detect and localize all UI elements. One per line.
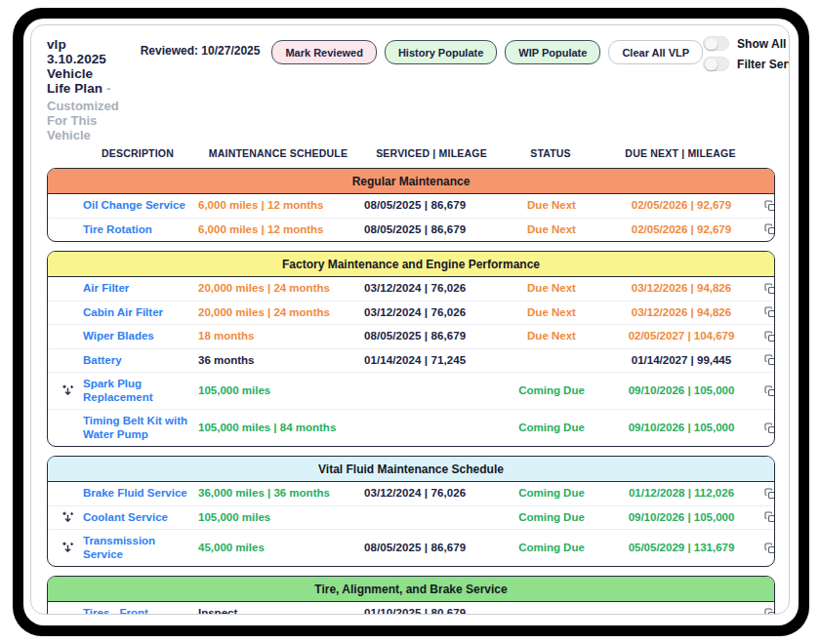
service-row: Battery 36 months 01/14/2024 | 71,245 01… xyxy=(48,348,774,373)
service-name-link[interactable]: Timing Belt Kit with Water Pump xyxy=(83,415,194,441)
due-next-mileage-value: 09/10/2026 | 105,000 xyxy=(602,422,760,435)
page-subtitle: Customized For This Vehicle xyxy=(47,99,119,142)
section-title: Vital Fluid Maintenance Schedule xyxy=(318,463,504,476)
serviced-mileage-value: 01/14/2024 | 71,245 xyxy=(364,354,501,368)
row-actions xyxy=(764,385,775,397)
service-name-link[interactable]: Transmission Service xyxy=(83,535,194,561)
copy-icon[interactable] xyxy=(764,223,775,235)
copy-icon[interactable] xyxy=(764,423,775,434)
history-populate-button[interactable]: History Populate xyxy=(385,40,497,64)
service-name-link[interactable]: Tires - Front xyxy=(83,607,194,615)
row-actions xyxy=(764,543,775,554)
row-actions xyxy=(764,200,775,212)
row-actions xyxy=(764,488,775,500)
serviced-mileage-value: 08/05/2025 | 86,679 xyxy=(364,542,501,555)
service-section: Vital Fluid Maintenance Schedule Brake F… xyxy=(47,456,775,567)
copy-icon[interactable] xyxy=(764,354,775,366)
show-all-services-row: Show All Services xyxy=(703,36,790,51)
show-all-services-toggle[interactable] xyxy=(703,36,729,51)
status-value: Coming Due xyxy=(505,487,598,501)
col-header-status: STATUS xyxy=(504,147,597,159)
copy-icon[interactable] xyxy=(764,543,775,554)
maintenance-schedule-value: 36,000 miles | 36 months xyxy=(198,487,360,501)
wip-populate-button[interactable]: WIP Populate xyxy=(505,40,600,64)
maintenance-schedule-value: 20,000 miles | 24 months xyxy=(198,282,360,296)
due-next-mileage-value: 01/14/2027 | 99,445 xyxy=(602,354,760,368)
copy-icon[interactable] xyxy=(764,306,775,318)
filter-service-due-label: Filter Service Due xyxy=(737,58,790,71)
title-dash: - xyxy=(106,81,111,96)
section-header: Regular Maintenance xyxy=(48,169,774,194)
sections-container: Regular Maintenance Oil Change Service 6… xyxy=(47,168,775,615)
due-next-mileage-value: 01/12/2028 | 112,026 xyxy=(602,487,760,501)
due-next-mileage-value: 09/10/2026 | 105,000 xyxy=(602,384,760,398)
serviced-mileage-value: 08/05/2025 | 86,679 xyxy=(364,330,501,343)
status-value: Due Next xyxy=(505,306,598,320)
service-section: Regular Maintenance Oil Change Service 6… xyxy=(47,168,775,242)
service-row: Cabin Air Filter 20,000 miles | 24 month… xyxy=(48,301,774,325)
row-actions xyxy=(764,608,775,616)
service-section: Tire, Alignment, and Brake Service Tires… xyxy=(47,576,775,615)
maintenance-schedule-value: 6,000 miles | 12 months xyxy=(198,223,360,237)
copy-icon[interactable] xyxy=(764,488,775,500)
service-name-link[interactable]: Wiper Blades xyxy=(83,330,194,343)
status-value: Coming Due xyxy=(505,511,598,525)
service-name-link[interactable]: Coolant Service xyxy=(83,511,194,525)
copy-icon[interactable] xyxy=(764,200,775,212)
service-row: Spark Plug Replacement 105,000 miles Com… xyxy=(48,372,774,409)
section-title: Tire, Alignment, and Brake Service xyxy=(314,583,507,596)
serviced-mileage-value: 03/12/2024 | 76,026 xyxy=(364,487,501,501)
service-name-link[interactable]: Air Filter xyxy=(83,282,194,296)
row-actions xyxy=(764,354,775,366)
section-title: Regular Maintenance xyxy=(352,175,471,188)
auto-populate-sparkle-icon xyxy=(56,511,79,524)
serviced-mileage-value: 08/05/2025 | 86,679 xyxy=(364,223,501,237)
serviced-mileage-value: 03/12/2024 | 76,026 xyxy=(364,282,501,296)
service-row: Coolant Service 105,000 miles Coming Due… xyxy=(48,505,774,530)
copy-icon[interactable] xyxy=(764,385,775,397)
filter-service-due-toggle[interactable] xyxy=(703,57,729,71)
window-frame: vlp 3.10.2025 Vehicle Life Plan - Custom… xyxy=(13,8,809,636)
serviced-mileage-value: 03/12/2024 | 76,026 xyxy=(364,306,501,320)
due-next-mileage-value: 02/05/2027 | 104,679 xyxy=(602,330,760,343)
maintenance-schedule-value: 18 months xyxy=(198,330,360,343)
status-value: Coming Due xyxy=(505,422,598,435)
due-next-mileage-value: 02/05/2026 | 92,679 xyxy=(602,199,760,213)
copy-icon[interactable] xyxy=(764,283,775,295)
title-block: vlp 3.10.2025 Vehicle Life Plan - Custom… xyxy=(47,34,119,142)
service-name-link[interactable]: Cabin Air Filter xyxy=(83,306,194,320)
col-header-description: DESCRIPTION xyxy=(82,147,193,159)
col-header-serviced-mileage: SERVICED | MILEAGE xyxy=(363,147,500,159)
status-value: Due Next xyxy=(505,330,598,343)
filter-toggles: Show All Services Filter Service Due xyxy=(703,34,790,71)
col-header-maintenance-schedule: MAINTENANCE SCHEDULE xyxy=(197,147,359,159)
service-row: Tires - Front Inspect 01/10/2025 | 80,67… xyxy=(48,602,774,616)
service-name-link[interactable]: Brake Fluid Service xyxy=(83,487,194,501)
copy-icon[interactable] xyxy=(764,511,775,523)
filter-service-due-row: Filter Service Due xyxy=(703,57,790,71)
section-rows: Brake Fluid Service 36,000 miles | 36 mo… xyxy=(48,482,774,567)
row-actions xyxy=(764,423,775,434)
mark-reviewed-button[interactable]: Mark Reviewed xyxy=(271,40,376,64)
service-name-link[interactable]: Battery xyxy=(83,354,194,368)
clear-all-vlp-button[interactable]: Clear All VLP xyxy=(608,40,703,64)
row-actions xyxy=(764,283,775,295)
copy-icon[interactable] xyxy=(764,331,775,342)
status-value: Due Next xyxy=(505,223,598,237)
show-all-services-label: Show All Services xyxy=(737,37,790,51)
auto-populate-sparkle-icon xyxy=(56,384,79,397)
service-name-link[interactable]: Oil Change Service xyxy=(83,199,194,213)
service-name-link[interactable]: Spark Plug Replacement xyxy=(83,378,194,404)
copy-icon[interactable] xyxy=(764,608,775,616)
service-row: Oil Change Service 6,000 miles | 12 mont… xyxy=(48,194,774,218)
col-header-due-next-mileage: DUE NEXT | MILEAGE xyxy=(601,147,759,159)
auto-populate-sparkle-icon xyxy=(56,542,79,554)
maintenance-schedule-value: 105,000 miles xyxy=(198,384,360,398)
maintenance-schedule-value: 45,000 miles xyxy=(198,542,360,555)
service-row: Tire Rotation 6,000 miles | 12 months 08… xyxy=(48,218,774,242)
service-row: Timing Belt Kit with Water Pump 105,000 … xyxy=(48,409,774,446)
service-row: Wiper Blades 18 months 08/05/2025 | 86,6… xyxy=(48,324,774,348)
status-value: Due Next xyxy=(505,282,598,296)
due-next-mileage-value: 02/05/2026 | 92,679 xyxy=(602,223,760,237)
service-name-link[interactable]: Tire Rotation xyxy=(83,223,194,237)
